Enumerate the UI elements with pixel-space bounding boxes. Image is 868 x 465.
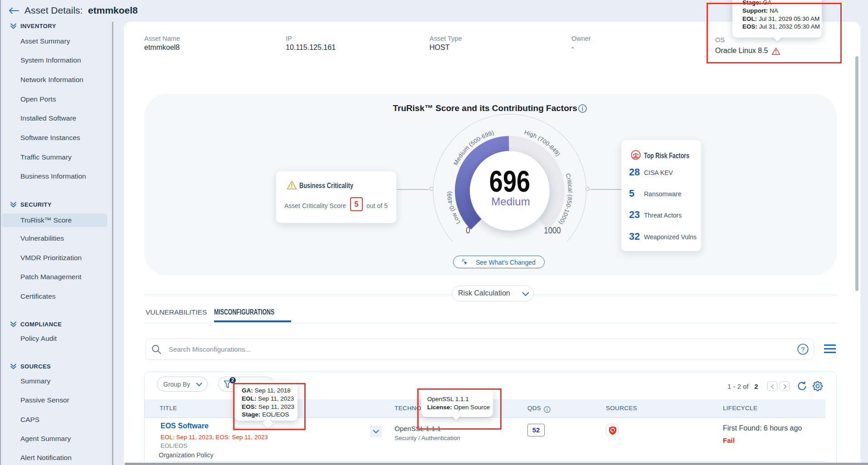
svg-text:Medium: Medium [491, 195, 530, 208]
svg-text:696: 696 [489, 165, 530, 198]
svg-text:0: 0 [466, 225, 470, 235]
svg-text:1000: 1000 [544, 225, 561, 235]
svg-text:?: ? [801, 346, 805, 353]
